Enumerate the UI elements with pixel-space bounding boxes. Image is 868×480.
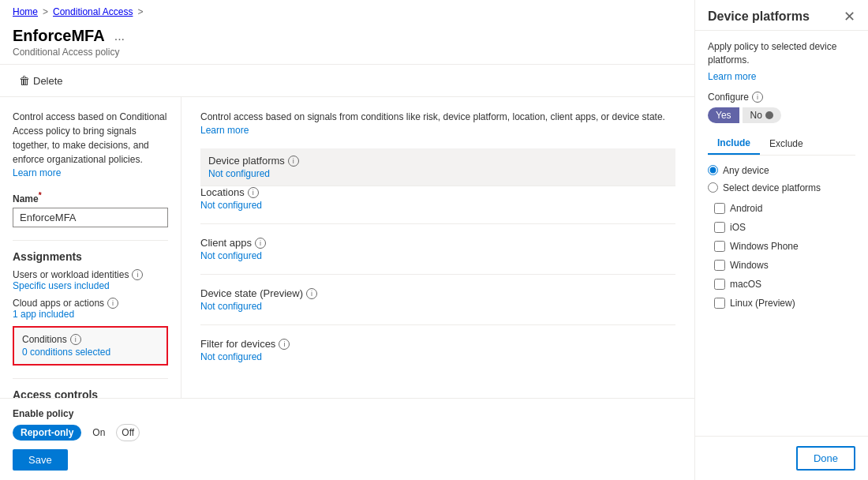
users-item: Users or workload identities i Specific … [13,269,168,291]
name-label: Name* [13,191,168,204]
right-column: Control access based on signals from con… [181,97,694,398]
device-platforms-panel: Device platforms ✕ Apply policy to selec… [694,0,868,480]
yes-toggle[interactable]: Yes [708,107,739,123]
breadcrumb: Home > Conditional Access > [0,0,694,24]
condition-client-apps[interactable]: Client apps i Not configured [200,237,675,275]
cloud-apps-item: Cloud apps or actions i 1 app included [13,298,168,320]
cloud-apps-value[interactable]: 1 app included [13,309,168,320]
filter-devices-info-icon: i [279,339,290,350]
condition-device-platforms[interactable]: Device platforms i Not configured [200,148,675,186]
page-header: EnforceMFA ... Conditional Access policy [0,24,694,65]
conditions-info-icon: i [70,334,81,345]
page-title-text: EnforceMFA [13,27,105,45]
ios-checkbox[interactable] [714,222,725,233]
linux-option[interactable]: Linux (Preview) [714,298,855,309]
toolbar: 🗑 Delete [0,65,694,97]
left-column: Control access based on Conditional Acce… [0,97,181,398]
breadcrumb-sep1: > [43,6,48,17]
client-apps-value: Not configured [200,250,675,261]
report-only-toggle[interactable]: Report-only [13,425,81,441]
windows-phone-option[interactable]: Windows Phone [714,241,855,252]
left-description: Control access based on Conditional Acce… [13,110,168,167]
android-checkbox[interactable] [714,203,725,214]
toggle-circle [765,111,773,119]
ellipsis-button[interactable]: ... [111,28,128,45]
client-apps-info-icon: i [255,238,266,249]
windows-phone-checkbox[interactable] [714,241,725,252]
users-value[interactable]: Specific users included [13,280,168,291]
select-platforms-radio[interactable] [708,182,718,193]
condition-filter-devices[interactable]: Filter for devices i Not configured [200,338,675,375]
platforms-checkbox-group: Android iOS Windows Phone Windows macOS … [714,203,855,309]
locations-value: Not configured [200,200,675,211]
conditions-value: 0 conditions selected [22,347,159,358]
condition-device-state[interactable]: Device state (Preview) i Not configured [200,287,675,325]
configure-toggle: Yes No [708,107,855,123]
include-tab[interactable]: Include [708,133,760,155]
locations-info-icon: i [248,187,259,198]
panel-description: Apply policy to selected device platform… [708,40,855,67]
any-device-radio[interactable] [708,165,718,175]
right-description: Control access based on signals from con… [200,110,675,124]
breadcrumb-sep2: > [137,6,143,17]
home-link[interactable]: Home [13,6,38,17]
macos-option[interactable]: macOS [714,279,855,290]
configure-label: Configure i [708,92,855,103]
panel-learn-more[interactable]: Learn more [708,71,756,82]
select-platforms-option[interactable]: Select device platforms [708,182,855,193]
enable-policy-section: Enable policy Report-only On Off Save [0,398,694,480]
access-controls-title: Access controls [13,378,168,398]
macos-checkbox[interactable] [714,279,725,290]
save-button[interactable]: Save [13,449,68,471]
condition-locations[interactable]: Locations i Not configured [200,186,675,224]
panel-body: Apply policy to selected device platform… [695,31,868,436]
device-radio-group: Any device Select device platforms [708,165,855,193]
panel-footer: Done [695,436,868,480]
policy-toggle-group: Report-only On Off [13,424,682,441]
android-option[interactable]: Android [714,203,855,214]
linux-checkbox[interactable] [714,298,725,309]
on-toggle[interactable]: On [88,425,110,441]
enable-policy-label: Enable policy [13,408,682,419]
configure-info-icon: i [752,92,763,103]
trash-icon: 🗑 [19,74,30,87]
panel-header: Device platforms ✕ [695,0,868,31]
device-state-value: Not configured [200,301,675,312]
page-subtitle: Conditional Access policy [13,47,682,58]
windows-option[interactable]: Windows [714,260,855,271]
name-input[interactable] [13,208,168,227]
delete-button[interactable]: 🗑 Delete [13,71,69,90]
no-toggle[interactable]: No [743,107,781,123]
ios-option[interactable]: iOS [714,222,855,233]
conditional-access-link[interactable]: Conditional Access [53,6,133,17]
left-learn-more[interactable]: Learn more [13,167,61,178]
panel-close-button[interactable]: ✕ [844,9,855,24]
conditions-box[interactable]: Conditions i 0 conditions selected [13,326,168,366]
panel-title: Device platforms [708,9,810,24]
off-toggle[interactable]: Off [116,424,140,441]
right-learn-more[interactable]: Learn more [200,125,249,136]
users-info-icon: i [132,269,143,280]
conditions-list: Device platforms i Not configured Locati… [200,148,675,375]
device-platforms-info-icon: i [288,156,299,167]
any-device-option[interactable]: Any device [708,165,855,176]
done-button[interactable]: Done [796,446,855,471]
exclude-tab[interactable]: Exclude [760,133,813,155]
assignments-title: Assignments [13,240,168,263]
windows-checkbox[interactable] [714,260,725,271]
device-platforms-value: Not configured [208,168,668,179]
panel-tabs: Include Exclude [708,133,855,156]
cloud-apps-info-icon: i [107,298,118,309]
device-state-info-icon: i [306,288,317,299]
filter-devices-value: Not configured [200,351,675,362]
